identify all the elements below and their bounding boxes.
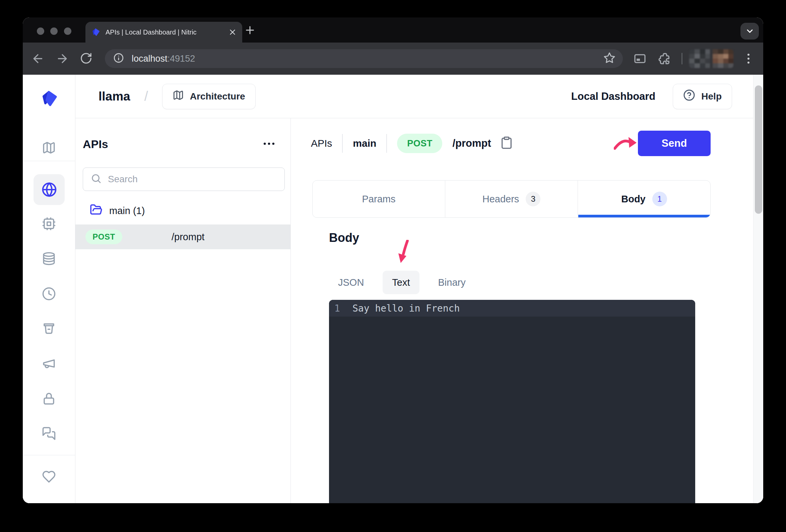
search-icon: [90, 173, 102, 186]
browser-menu-kebab-icon[interactable]: [744, 52, 753, 67]
nitric-logo-icon[interactable]: [39, 88, 60, 111]
sidebar-item-apis-active[interactable]: [33, 174, 65, 205]
annotation-arrow-to-text: [395, 240, 410, 265]
traffic-light-minimize-button[interactable]: [50, 27, 57, 35]
method-badge: POST: [397, 134, 442, 153]
breadcrumb-divider: [342, 134, 343, 153]
url-address-bar[interactable]: localhost:49152: [105, 49, 623, 68]
sidebar-item-databases database-icon[interactable]: [42, 252, 56, 267]
request-tabs: Params Headers 3 Body 1: [312, 180, 711, 218]
api-route-row-selected[interactable]: POST /prompt: [75, 225, 291, 249]
folder-open-icon: [90, 203, 102, 218]
body-code-editor[interactable]: 1 Say hello in French: [329, 300, 695, 503]
tab-title: APIs | Local Dashboard | Nitric: [106, 22, 216, 43]
request-breadcrumb: APIs main POST /prompt: [311, 132, 513, 155]
sidebar-item-topics megaphone-icon[interactable]: [42, 356, 56, 372]
api-group-label: main (1): [109, 205, 145, 216]
new-tab-button[interactable]: [244, 24, 256, 38]
browser-tabstrip: APIs | Local Dashboard | Nitric: [23, 18, 763, 43]
sidebar-divider: [23, 455, 75, 455]
apis-panel-title: APIs: [83, 138, 108, 151]
dashboard-header: llama / Architecture Local Dashboard Hel…: [75, 75, 753, 118]
editor-code-text: Say hello in French: [352, 303, 460, 314]
sidebar-item-storage bucket-icon[interactable]: [42, 322, 56, 337]
picture-in-picture-icon[interactable]: [633, 52, 647, 67]
sidebar-item-feedback heart-icon[interactable]: [42, 470, 56, 485]
annotation-arrow-to-send: [614, 134, 637, 154]
tab-body[interactable]: Body 1: [578, 181, 710, 217]
sidebar-item-secrets lock-icon[interactable]: [42, 392, 56, 407]
sidebar-item-architecture map-icon[interactable]: [42, 141, 56, 156]
site-info-icon[interactable]: [113, 52, 124, 65]
apis-panel: APIs main (1) POST /prompt: [75, 118, 291, 503]
active-tab-underline: [578, 215, 711, 217]
line-number: 1: [329, 303, 344, 314]
back-button[interactable]: [31, 52, 45, 67]
help-button[interactable]: Help: [673, 84, 732, 109]
extensions-puzzle-icon[interactable]: [658, 52, 671, 67]
api-group-row[interactable]: main (1): [90, 201, 145, 221]
architecture-button[interactable]: Architecture: [162, 84, 256, 109]
endpoint-path: /prompt: [452, 137, 491, 149]
breadcrumb-group: main: [353, 138, 376, 149]
sidebar-item-schedules clock-icon[interactable]: [42, 287, 56, 302]
reload-button[interactable]: [80, 52, 92, 66]
search-box: [83, 167, 285, 191]
scrollbar-thumb[interactable]: [755, 86, 762, 214]
browser-tab[interactable]: APIs | Local Dashboard | Nitric: [86, 22, 242, 43]
route-path: /prompt: [171, 225, 204, 249]
forward-button[interactable]: [55, 52, 69, 67]
nitric-favicon-icon: [91, 27, 101, 39]
tab-search-chevron-button[interactable]: [740, 23, 759, 40]
url-port: :49152: [167, 53, 195, 64]
body-mode-tabs: JSON Text Binary: [329, 271, 466, 294]
send-button[interactable]: Send: [638, 131, 711, 156]
traffic-light-zoom-button[interactable]: [64, 27, 71, 35]
help-label: Help: [701, 91, 722, 102]
tab-headers[interactable]: Headers 3: [445, 181, 578, 217]
tab-body-label: Body: [621, 194, 646, 205]
sidebar-item-websockets chat-icon[interactable]: [42, 426, 56, 442]
url-host: localhost: [132, 53, 167, 64]
sidebar-divider: [23, 161, 75, 161]
breadcrumb-apis: APIs: [311, 138, 332, 149]
tab-close-icon[interactable]: [228, 28, 237, 38]
breadcrumb-divider: [386, 134, 387, 153]
request-main: APIs main POST /prompt Send Params: [291, 118, 753, 503]
body-section-title: Body: [329, 231, 359, 245]
profile-avatar[interactable]: [689, 49, 733, 68]
tab-params-label: Params: [362, 194, 396, 205]
copy-path-icon[interactable]: [500, 136, 513, 151]
page-title: Local Dashboard: [571, 90, 656, 102]
mode-json[interactable]: JSON: [338, 277, 364, 288]
traffic-light-close-button[interactable]: [37, 27, 44, 35]
sidebar-item-services cpu-icon[interactable]: [42, 217, 56, 232]
map-icon: [172, 89, 184, 103]
architecture-label: Architecture: [190, 91, 245, 102]
tab-params[interactable]: Params: [313, 181, 445, 217]
body-count-badge: 1: [652, 192, 667, 206]
help-circle-icon: [683, 89, 695, 103]
headers-count-badge: 3: [526, 192, 540, 206]
apis-panel-menu-icon[interactable]: [262, 141, 276, 147]
globe-icon: [42, 182, 57, 197]
editor-active-line: 1 Say hello in French: [329, 300, 695, 317]
browser-toolbar: localhost:49152: [23, 43, 763, 75]
mode-text-active[interactable]: Text: [383, 271, 419, 294]
dashboard-page: llama / Architecture Local Dashboard Hel…: [23, 75, 763, 503]
method-badge: POST: [86, 230, 122, 244]
search-input[interactable]: [108, 174, 269, 185]
icon-sidebar: [23, 75, 75, 503]
tab-headers-label: Headers: [482, 194, 519, 205]
breadcrumb-separator: /: [144, 89, 148, 104]
browser-window: APIs | Local Dashboard | Nitric localhos: [23, 18, 763, 503]
bookmark-star-icon[interactable]: [603, 52, 616, 65]
page-scrollbar: [753, 75, 763, 503]
mode-binary[interactable]: Binary: [438, 277, 466, 288]
toolbar-separator: [681, 53, 683, 64]
project-name: llama: [98, 89, 130, 103]
